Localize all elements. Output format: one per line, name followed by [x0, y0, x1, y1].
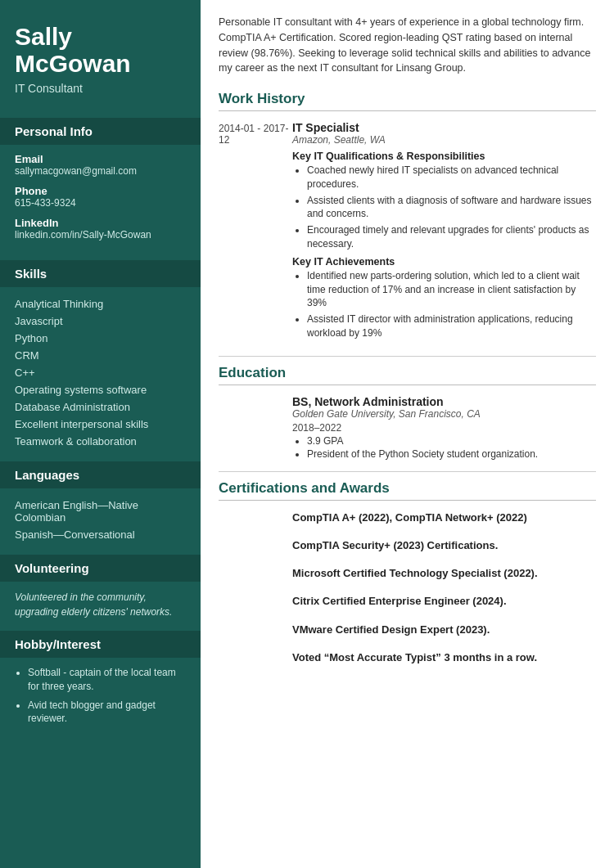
cert-content: Microsoft Certified Technology Specialis… [292, 566, 596, 587]
linkedin-value: linkedin.com/in/Sally-McGowan [15, 229, 186, 241]
cert-left [219, 594, 292, 615]
linkedin-label: LinkedIn [15, 217, 186, 229]
cert-content: Citrix Certified Enterprise Engineer (20… [292, 594, 596, 615]
list-item: Assisted IT director with administration… [307, 313, 596, 340]
linkedin-item: LinkedIn linkedin.com/in/Sally-McGowan [15, 217, 186, 241]
skill-item: Javascript [15, 313, 186, 330]
cert-text: CompTIA Security+ (2023) Certifications. [292, 538, 596, 553]
skill-item: Database Administration [15, 398, 186, 416]
skills-section: Skills Analytical ThinkingJavascriptPyth… [0, 260, 201, 453]
cert-text: Citrix Certified Enterprise Engineer (20… [292, 594, 596, 609]
work-entry: 2014-01 - 2017-12IT SpecialistAmazon, Se… [219, 121, 596, 343]
skill-item: Analytical Thinking [15, 295, 186, 313]
edu-degree: BS, Network Administration [292, 395, 596, 408]
divider-cert [219, 471, 596, 472]
language-item: Spanish—Conversational [15, 526, 186, 543]
hobby-item: Softball - captain of the local team for… [28, 666, 186, 694]
phone-value: 615-433-9324 [15, 197, 186, 209]
skill-item: CRM [15, 347, 186, 364]
personal-info-header: Personal Info [0, 118, 201, 145]
candidate-name: Sally McGowan [15, 23, 186, 77]
skill-item: Excellent interpersonal skills [15, 416, 186, 433]
qualifications-label: Key IT Qualifications & Responsibilities [292, 151, 596, 162]
cert-content: Voted “Most Accurate Typist” 3 months in… [292, 650, 596, 672]
main-content: Personable IT consultant with 4+ years o… [201, 0, 614, 868]
work-company: Amazon, Seattle, WA [292, 134, 596, 146]
skill-item: C++ [15, 364, 186, 381]
volunteering-text: Volunteered in the community, upgrading … [15, 590, 186, 619]
cert-entry: VMware Certified Design Expert (2023). [219, 623, 596, 644]
cert-left [219, 650, 292, 672]
hobby-item: Avid tech blogger and gadget reviewer. [28, 699, 186, 726]
languages-header: Languages [0, 461, 201, 488]
certifications-title: Certifications and Awards [219, 480, 596, 501]
achievements-list: Identified new parts-ordering solution, … [292, 269, 596, 340]
list-item: President of the Python Society student … [307, 448, 596, 460]
candidate-title: IT Consultant [15, 82, 186, 95]
sidebar-header: Sally McGowan IT Consultant [0, 0, 201, 110]
cert-text: Voted “Most Accurate Typist” 3 months in… [292, 650, 596, 665]
skill-item: Operating systems software [15, 381, 186, 398]
cert-left [219, 538, 292, 560]
skills-body: Analytical ThinkingJavascriptPythonCRMC+… [0, 287, 201, 453]
skill-item: Python [15, 330, 186, 347]
cert-content: VMware Certified Design Expert (2023). [292, 623, 596, 644]
volunteering-header: Volunteering [0, 555, 201, 582]
list-item: Identified new parts-ordering solution, … [307, 269, 596, 310]
cert-entry: Citrix Certified Enterprise Engineer (20… [219, 594, 596, 615]
cert-left [219, 566, 292, 587]
work-entries: 2014-01 - 2017-12IT SpecialistAmazon, Se… [219, 121, 596, 343]
phone-item: Phone 615-433-9324 [15, 185, 186, 209]
resume-container: Sally McGowan IT Consultant Personal Inf… [0, 0, 614, 868]
cert-content: CompTIA Security+ (2023) Certifications. [292, 538, 596, 560]
languages-section: Languages American English—Native Colomb… [0, 461, 201, 546]
education-title: Education [219, 365, 596, 385]
edu-entries: BS, Network AdministrationGolden Gate Un… [219, 395, 596, 461]
work-job-title: IT Specialist [292, 121, 596, 134]
cert-text: VMware Certified Design Expert (2023). [292, 623, 596, 637]
email-value: sallymacgowan@gmail.com [15, 165, 186, 177]
cert-entry: Microsoft Certified Technology Specialis… [219, 566, 596, 587]
edu-details-list: 3.9 GPAPresident of the Python Society s… [292, 435, 596, 460]
edu-left [219, 395, 292, 461]
cert-entry: CompTIA A+ (2022), CompTIA Network+ (202… [219, 510, 596, 532]
cert-entries: CompTIA A+ (2022), CompTIA Network+ (202… [219, 510, 596, 672]
personal-info-section: Personal Info Email sallymacgowan@gmail.… [0, 118, 201, 252]
list-item: 3.9 GPA [307, 435, 596, 447]
work-history-title: Work History [219, 91, 596, 111]
qualifications-list: Coached newly hired IT specialists on ad… [292, 164, 596, 251]
cert-left [219, 510, 292, 532]
volunteering-section: Volunteering Volunteered in the communit… [0, 555, 201, 623]
volunteering-body: Volunteered in the community, upgrading … [0, 582, 201, 623]
edu-school: Golden Gate University, San Francisco, C… [292, 408, 596, 420]
cert-left [219, 623, 292, 644]
list-item: Assisted clients with a diagnosis of sof… [307, 194, 596, 222]
achievements-label: Key IT Achievements [292, 256, 596, 268]
edu-year: 2018–2022 [292, 422, 596, 434]
languages-body: American English—Native ColombianSpanish… [0, 488, 201, 546]
summary-text: Personable IT consultant with 4+ years o… [219, 15, 596, 76]
cert-content: CompTIA A+ (2022), CompTIA Network+ (202… [292, 510, 596, 532]
divider-edu [219, 356, 596, 357]
sidebar: Sally McGowan IT Consultant Personal Inf… [0, 0, 201, 868]
work-date: 2014-01 - 2017-12 [219, 121, 292, 343]
language-item: American English—Native Colombian [15, 497, 186, 526]
hobby-section: Hobby/Interest Softball - captain of the… [0, 631, 201, 739]
edu-entry: BS, Network AdministrationGolden Gate Un… [219, 395, 596, 461]
cert-entry: CompTIA Security+ (2023) Certifications. [219, 538, 596, 560]
hobby-header: Hobby/Interest [0, 631, 201, 658]
edu-content: BS, Network AdministrationGolden Gate Un… [292, 395, 596, 461]
list-item: Coached newly hired IT specialists on ad… [307, 164, 596, 191]
cert-text: Microsoft Certified Technology Specialis… [292, 566, 596, 581]
skills-header: Skills [0, 260, 201, 287]
hobby-body: Softball - captain of the local team for… [0, 658, 201, 739]
personal-info-body: Email sallymacgowan@gmail.com Phone 615-… [0, 145, 201, 252]
work-content: IT SpecialistAmazon, Seattle, WAKey IT Q… [292, 121, 596, 343]
skill-item: Teamwork & collaboration [15, 433, 186, 450]
cert-entry: Voted “Most Accurate Typist” 3 months in… [219, 650, 596, 672]
email-label: Email [15, 153, 186, 165]
cert-text: CompTIA A+ (2022), CompTIA Network+ (202… [292, 510, 596, 525]
email-item: Email sallymacgowan@gmail.com [15, 153, 186, 177]
list-item: Encouraged timely and relevant upgrades … [307, 223, 596, 251]
phone-label: Phone [15, 185, 186, 197]
